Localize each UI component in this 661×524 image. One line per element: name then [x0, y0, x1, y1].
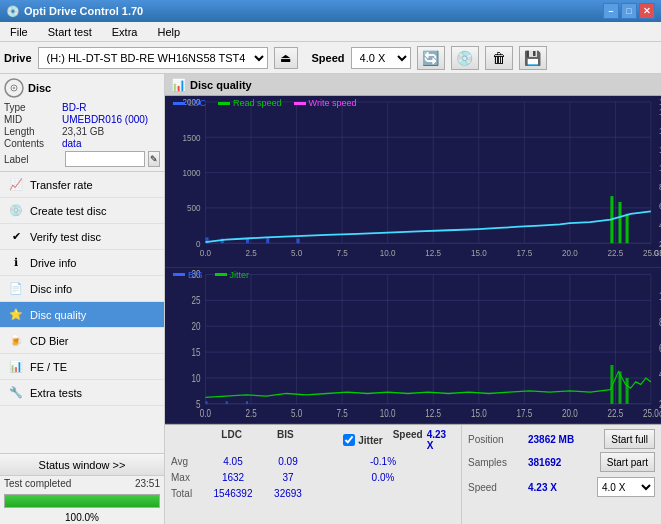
- extra-tests-icon: 🔧: [8, 385, 24, 401]
- jitter-checkbox[interactable]: [343, 434, 355, 446]
- nav-cd-bier-label: CD Bier: [30, 335, 69, 347]
- drive-label: Drive: [4, 52, 32, 64]
- speed-right-value: 4.23 X: [528, 482, 568, 493]
- svg-rect-52: [618, 202, 621, 243]
- dq-header-icon: 📊: [171, 78, 186, 92]
- close-button[interactable]: ✕: [639, 3, 655, 19]
- max-label: Max: [171, 472, 203, 483]
- svg-rect-53: [626, 214, 629, 243]
- svg-text:7.5: 7.5: [337, 248, 348, 259]
- svg-text:25.0: 25.0: [643, 408, 659, 419]
- chart1-container: LDC Read speed Write speed: [165, 96, 661, 268]
- nav-cd-bier[interactable]: 🍺 CD Bier: [0, 328, 164, 354]
- refresh-button[interactable]: 🔄: [417, 46, 445, 70]
- stats-right-panel: Position 23862 MB Start full Samples 381…: [461, 425, 661, 524]
- minimize-button[interactable]: –: [603, 3, 619, 19]
- drive-bar: Drive (H:) HL-DT-ST BD-RE WH16NS58 TST4 …: [0, 42, 661, 74]
- write-speed-legend: Write speed: [309, 98, 357, 108]
- progress-bar-fill: [5, 495, 159, 507]
- eject-button[interactable]: ⏏: [274, 47, 298, 69]
- nav-fe-te-label: FE / TE: [30, 361, 67, 373]
- svg-text:22.5: 22.5: [608, 248, 624, 259]
- samples-label: Samples: [468, 457, 524, 468]
- transfer-rate-icon: 📈: [8, 177, 24, 193]
- menu-start-test[interactable]: Start test: [42, 25, 98, 39]
- svg-text:15.0: 15.0: [471, 408, 487, 419]
- drive-select[interactable]: (H:) HL-DT-ST BD-RE WH16NS58 TST4: [38, 47, 268, 69]
- save-button[interactable]: 💾: [519, 46, 547, 70]
- disc-section-header: Disc: [28, 82, 51, 94]
- label-edit-button[interactable]: ✎: [148, 151, 160, 167]
- start-part-button[interactable]: Start part: [600, 452, 655, 472]
- contents-value: data: [62, 138, 81, 149]
- svg-rect-50: [297, 239, 300, 244]
- position-label: Position: [468, 434, 524, 445]
- create-test-disc-icon: 💿: [8, 203, 24, 219]
- cd-bier-icon: 🍺: [8, 333, 24, 349]
- nav-fe-te[interactable]: 📊 FE / TE: [0, 354, 164, 380]
- drive-info-icon: ℹ: [8, 255, 24, 271]
- svg-text:2.5: 2.5: [245, 248, 256, 259]
- nav-items: 📈 Transfer rate 💿 Create test disc ✔ Ver…: [0, 172, 164, 453]
- nav-extra-tests[interactable]: 🔧 Extra tests: [0, 380, 164, 406]
- chart2-svg: 5 10 15 20 25 30 0.0 2.5 5.0 7.5 10.0 12…: [165, 268, 661, 423]
- speed-stat-value: 4.23 X: [427, 429, 455, 451]
- nav-disc-info-label: Disc info: [30, 283, 72, 295]
- erase-button[interactable]: 🗑: [485, 46, 513, 70]
- total-ldc: 1546392: [203, 488, 263, 499]
- speed-right-label: Speed: [468, 482, 524, 493]
- svg-text:12.5: 12.5: [425, 248, 441, 259]
- svg-text:GB: GB: [654, 249, 661, 259]
- svg-text:20: 20: [191, 321, 200, 332]
- start-full-button[interactable]: Start full: [604, 429, 655, 449]
- menu-bar: File Start test Extra Help: [0, 22, 661, 42]
- disc-button[interactable]: 💿: [451, 46, 479, 70]
- stats-table: LDC BIS Jitter Speed 4.23 X Avg 4.05 0.0…: [165, 425, 461, 524]
- svg-text:15.0: 15.0: [471, 248, 487, 259]
- stats-area: LDC BIS Jitter Speed 4.23 X Avg 4.05 0.0…: [165, 424, 661, 524]
- nav-disc-info[interactable]: 📄 Disc info: [0, 276, 164, 302]
- avg-ldc: 4.05: [203, 456, 263, 467]
- label-input[interactable]: [65, 151, 145, 167]
- speed-label: Speed: [312, 52, 345, 64]
- svg-rect-54: [165, 268, 661, 423]
- svg-text:0.0: 0.0: [200, 408, 211, 419]
- menu-file[interactable]: File: [4, 25, 34, 39]
- ldc-col-header: LDC: [202, 429, 261, 451]
- total-label: Total: [171, 488, 203, 499]
- progress-bar-container: [4, 494, 160, 508]
- dq-header: 📊 Disc quality: [165, 74, 661, 96]
- nav-disc-quality[interactable]: ⭐ Disc quality: [0, 302, 164, 328]
- svg-rect-96: [226, 401, 228, 404]
- nav-drive-info[interactable]: ℹ Drive info: [0, 250, 164, 276]
- menu-help[interactable]: Help: [151, 25, 186, 39]
- svg-rect-49: [266, 237, 269, 243]
- speed-select[interactable]: 4.0 X: [351, 47, 411, 69]
- disc-quality-icon: ⭐: [8, 307, 24, 323]
- avg-jitter: -0.1%: [343, 456, 423, 467]
- bis-col-header: BIS: [261, 429, 310, 451]
- status-window-button[interactable]: Status window >>: [0, 454, 164, 476]
- nav-transfer-rate[interactable]: 📈 Transfer rate: [0, 172, 164, 198]
- length-label: Length: [4, 126, 62, 137]
- nav-create-test-disc-label: Create test disc: [30, 205, 106, 217]
- svg-rect-97: [246, 401, 248, 404]
- samples-value: 381692: [528, 457, 561, 468]
- svg-text:15: 15: [191, 347, 200, 358]
- nav-transfer-rate-label: Transfer rate: [30, 179, 93, 191]
- chart2-legend: BIS Jitter: [173, 270, 249, 280]
- chart1-legend: LDC Read speed Write speed: [173, 98, 356, 108]
- maximize-button[interactable]: □: [621, 3, 637, 19]
- charts-area: LDC Read speed Write speed: [165, 96, 661, 424]
- speed-stat-label: Speed: [393, 429, 423, 451]
- nav-verify-test-disc[interactable]: ✔ Verify test disc: [0, 224, 164, 250]
- nav-drive-info-label: Drive info: [30, 257, 76, 269]
- menu-extra[interactable]: Extra: [106, 25, 144, 39]
- nav-create-test-disc[interactable]: 💿 Create test disc: [0, 198, 164, 224]
- speed-right-select[interactable]: 4.0 X: [597, 477, 655, 497]
- progress-text: 100.0%: [0, 511, 164, 524]
- contents-label: Contents: [4, 138, 62, 149]
- nav-verify-test-disc-label: Verify test disc: [30, 231, 101, 243]
- ldc-legend: LDC: [188, 98, 206, 108]
- app-icon: 💿: [6, 5, 20, 18]
